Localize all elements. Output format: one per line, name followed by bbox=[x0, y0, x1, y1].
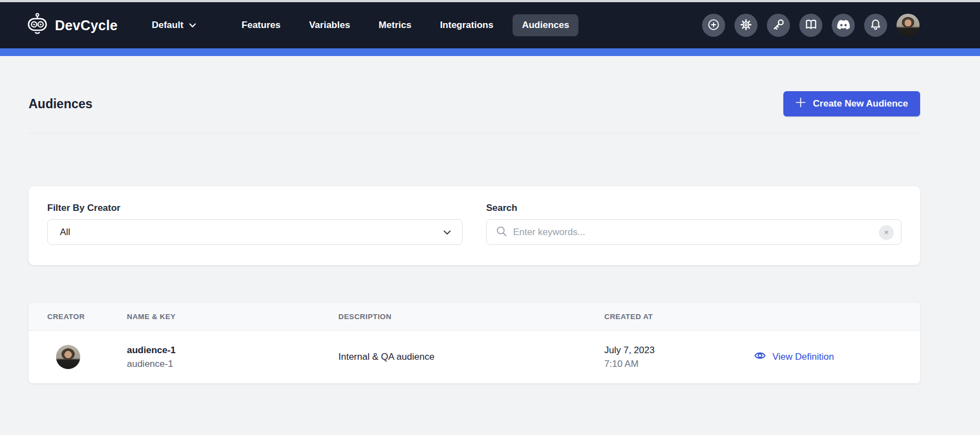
bell-icon bbox=[869, 18, 882, 33]
nav-link-audiences[interactable]: Audiences bbox=[513, 14, 578, 36]
create-new-audience-label: Create New Audience bbox=[813, 98, 908, 109]
user-avatar[interactable] bbox=[897, 14, 920, 37]
search-input[interactable] bbox=[513, 227, 873, 238]
notifications-button[interactable] bbox=[864, 14, 887, 37]
brand-name: DevCycle bbox=[55, 18, 118, 34]
docs-button[interactable] bbox=[799, 14, 822, 37]
settings-button[interactable] bbox=[734, 14, 758, 37]
search-label: Search bbox=[486, 203, 901, 214]
creator-avatar bbox=[56, 345, 80, 369]
settings-gear-icon bbox=[739, 18, 753, 33]
add-circle-button[interactable] bbox=[702, 14, 725, 37]
discord-icon bbox=[837, 20, 850, 31]
discord-button[interactable] bbox=[832, 14, 855, 37]
project-selector-value: Default bbox=[152, 20, 183, 31]
filter-card: Filter By Creator All Search bbox=[29, 186, 920, 265]
top-navigation: DevCycle Default Features Variables Metr… bbox=[0, 2, 980, 48]
search-field: Search × bbox=[486, 203, 901, 247]
nav-link-variables[interactable]: Variables bbox=[300, 14, 360, 36]
view-definition-link[interactable]: View Definition bbox=[754, 349, 834, 365]
devcycle-robot-icon bbox=[25, 12, 49, 38]
book-icon bbox=[804, 18, 818, 33]
column-header-created-at: Created At bbox=[604, 313, 754, 321]
nav-link-integrations[interactable]: Integrations bbox=[431, 14, 503, 36]
accent-bar bbox=[0, 48, 980, 56]
chevron-down-icon bbox=[189, 20, 196, 31]
column-header-name-key: Name & Key bbox=[127, 313, 338, 321]
column-header-creator: Creator bbox=[47, 313, 127, 321]
view-definition-label: View Definition bbox=[772, 352, 834, 362]
audience-name: audience-1 bbox=[127, 345, 338, 356]
nav-link-features[interactable]: Features bbox=[232, 14, 290, 36]
created-at-cell: July 7, 2023 7:10 AM bbox=[604, 345, 754, 370]
creator-filter-field: Filter By Creator All bbox=[47, 203, 463, 247]
nav-right-group bbox=[702, 14, 920, 37]
name-key-cell: audience-1 audience-1 bbox=[127, 345, 338, 370]
created-date: July 7, 2023 bbox=[604, 345, 754, 356]
clear-search-button[interactable]: × bbox=[879, 225, 894, 240]
create-new-audience-button[interactable]: Create New Audience bbox=[783, 91, 920, 116]
api-keys-button[interactable] bbox=[767, 14, 790, 37]
audience-key: audience-1 bbox=[127, 359, 338, 370]
primary-nav: Features Variables Metrics Integrations … bbox=[222, 14, 578, 36]
created-time: 7:10 AM bbox=[604, 359, 754, 370]
column-header-description: Description bbox=[338, 313, 604, 321]
audiences-table: Creator Name & Key Description Created A… bbox=[29, 303, 920, 383]
table-row: audience-1 audience-1 Internal & QA audi… bbox=[29, 331, 920, 383]
search-icon bbox=[495, 225, 508, 239]
table-header-row: Creator Name & Key Description Created A… bbox=[29, 303, 920, 331]
creator-cell bbox=[47, 345, 127, 369]
actions-cell: View Definition bbox=[754, 349, 901, 365]
plus-icon bbox=[795, 97, 806, 110]
header-divider bbox=[29, 133, 920, 133]
page-header: Audiences Create New Audience bbox=[29, 91, 920, 116]
key-icon bbox=[772, 18, 785, 33]
add-circle-icon bbox=[707, 18, 720, 33]
description-cell: Internal & QA audience bbox=[338, 352, 604, 362]
creator-filter-value: All bbox=[60, 227, 70, 238]
audiences-page: Audiences Create New Audience Filter By … bbox=[0, 91, 980, 383]
eye-icon bbox=[754, 349, 766, 365]
nav-link-metrics[interactable]: Metrics bbox=[369, 14, 421, 36]
chevron-down-icon bbox=[443, 227, 451, 237]
nav-left-group: DevCycle Default Features Variables Metr… bbox=[25, 12, 578, 38]
creator-filter-select[interactable]: All bbox=[47, 219, 463, 245]
devcycle-logo[interactable]: DevCycle bbox=[25, 12, 118, 38]
page-title: Audiences bbox=[29, 97, 92, 111]
search-box: × bbox=[486, 219, 901, 245]
project-selector-dropdown[interactable]: Default bbox=[152, 20, 196, 31]
creator-filter-label: Filter By Creator bbox=[47, 203, 463, 214]
